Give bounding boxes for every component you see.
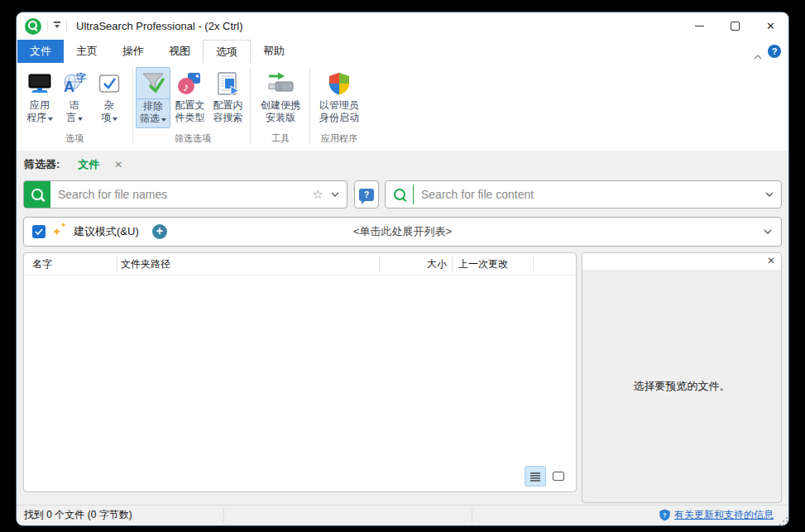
filter-tab-files[interactable]: 文件 <box>78 157 99 172</box>
update-info-link[interactable]: ? 有关更新和支持的信息 <box>659 506 774 525</box>
suggest-mode-row: ✦✦ 建议模式(&U) + <单击此处展开列表> <box>23 217 782 247</box>
list-view-button[interactable] <box>525 466 546 486</box>
column-header-folder-path[interactable]: 文件夹路径 <box>121 253 170 275</box>
tab-options[interactable]: 选项 <box>203 40 251 63</box>
sparkles-icon: ✦✦ <box>51 223 68 240</box>
status-bar: 找到 0 个文件 (0 字节数) ? 有关更新和支持的信息 <box>17 505 788 525</box>
column-divider[interactable] <box>452 256 453 271</box>
ribbon: 应用 程序 A 字 语 言 <box>17 63 788 151</box>
column-header-name[interactable]: 名字 <box>32 253 52 275</box>
dropdown-arrow-icon <box>161 118 166 124</box>
file-content-search-input[interactable] <box>414 188 765 201</box>
svg-text:?: ? <box>663 511 667 519</box>
ribbon-button-applications[interactable]: 应用 程序 <box>22 67 58 128</box>
app-logo-icon <box>25 18 41 35</box>
quick-access-dropdown-icon[interactable] <box>54 22 60 31</box>
windows-shield-icon <box>314 69 365 98</box>
suggest-mode-checkbox[interactable] <box>32 225 46 238</box>
column-divider[interactable] <box>533 256 534 271</box>
filter-bar: 筛选器: 文件 ✕ <box>24 156 122 174</box>
title-bar: UltraSearch Professional - (2x Ctrl) ✕ <box>17 12 788 40</box>
results-list-panel[interactable]: 名字 文件夹路径 大小 上一次更改 <box>23 252 577 492</box>
checkbox-icon <box>92 69 127 98</box>
filter-tab-close-icon[interactable]: ✕ <box>114 159 122 170</box>
help-bubble-icon: ? <box>359 189 374 201</box>
dropdown-arrow-icon <box>78 117 83 123</box>
help-circle-button[interactable]: ? <box>768 45 781 58</box>
usb-portable-icon <box>255 69 306 98</box>
ribbon-group-label: 应用程序 <box>313 132 366 145</box>
ribbon-button-configure-content-search[interactable]: 配置内 容搜索 <box>209 67 247 128</box>
tab-home[interactable]: 主页 <box>64 40 110 63</box>
column-divider[interactable] <box>117 256 117 271</box>
ribbon-group-divider <box>309 67 310 143</box>
file-content-search-box <box>385 180 782 208</box>
tab-view[interactable]: 视图 <box>156 40 203 63</box>
chevron-down-icon[interactable] <box>764 229 772 234</box>
favorite-star-icon[interactable]: ☆ <box>313 187 323 202</box>
resize-grip[interactable] <box>783 520 784 522</box>
tab-help[interactable]: 帮助 <box>251 40 297 63</box>
tab-file[interactable]: 文件 <box>17 40 64 63</box>
search-help-button[interactable]: ? <box>354 180 379 208</box>
globe-language-icon: A 字 <box>59 69 90 98</box>
statusbar-divider <box>472 508 472 523</box>
preview-close-icon[interactable]: ✕ <box>767 255 775 266</box>
window-title: UltraSearch Professional - (2x Ctrl) <box>76 20 243 32</box>
ribbon-button-exclude-filter[interactable]: 排除 筛选 <box>136 67 170 128</box>
file-name-search-box: ☆ <box>23 180 347 208</box>
ribbon-tab-bar: 文件 主页 操作 视图 选项 帮助 ? <box>17 40 788 63</box>
search-icon[interactable] <box>23 180 50 208</box>
suggest-mode-label: 建议模式(&U) <box>74 224 139 239</box>
minimize-button[interactable] <box>682 12 717 40</box>
svg-text:A: A <box>64 79 74 95</box>
ribbon-button-configure-file-types[interactable]: ♪ 配置文 件类型 <box>171 67 208 128</box>
preview-message: 选择要预览的文件。 <box>582 270 781 502</box>
svg-text:字: 字 <box>76 72 86 84</box>
document-content-search-icon <box>210 69 246 98</box>
tab-actions[interactable]: 操作 <box>110 40 156 63</box>
view-toggle-buttons <box>525 466 568 486</box>
shield-question-icon: ? <box>659 509 670 521</box>
statusbar-divider <box>223 508 224 523</box>
column-header-last-modified[interactable]: 上一次更改 <box>458 253 508 275</box>
maximize-icon <box>731 22 740 31</box>
dropdown-arrow-icon <box>48 117 53 123</box>
chevron-down-icon[interactable] <box>331 192 339 197</box>
minimize-icon <box>695 26 704 26</box>
filter-label: 筛选器: <box>24 157 60 172</box>
pane-icon <box>553 472 564 481</box>
close-button[interactable]: ✕ <box>753 12 788 40</box>
ribbon-button-create-portable[interactable]: 创建便携 安装版 <box>254 67 307 128</box>
preview-panel-header: ✕ <box>582 253 781 270</box>
window-controls: ✕ <box>682 12 788 40</box>
column-header-size[interactable]: 大小 <box>379 253 447 275</box>
content-search-icon <box>394 189 405 200</box>
ribbon-group-label: 选项 <box>41 132 108 145</box>
ribbon-group-divider <box>250 67 251 143</box>
preview-pane-toggle-button[interactable] <box>549 467 568 486</box>
main-content: 筛选器: 文件 ✕ ☆ ? <box>17 151 788 506</box>
ribbon-group-label: 工具 <box>254 132 307 145</box>
svg-text:♪: ♪ <box>183 79 189 93</box>
titlebar-divider <box>47 20 48 32</box>
ribbon-button-language[interactable]: A 字 语 言 <box>58 67 91 128</box>
filter-funnel-icon <box>137 69 170 99</box>
ultrasearch-window: UltraSearch Professional - (2x Ctrl) ✕ 文… <box>17 12 788 525</box>
results-count: 找到 0 个文件 (0 字节数) <box>24 506 132 525</box>
ribbon-button-misc[interactable]: 杂 项 <box>91 67 127 128</box>
dropdown-arrow-icon <box>113 117 117 123</box>
ribbon-button-run-as-admin[interactable]: 以管理员 身份启动 <box>313 67 366 128</box>
maximize-button[interactable] <box>717 12 753 40</box>
search-row: ☆ ? <box>23 180 782 208</box>
collapse-ribbon-icon[interactable] <box>754 48 762 63</box>
ribbon-group-divider <box>132 67 133 143</box>
preview-panel: ✕ 选择要预览的文件。 <box>582 252 782 503</box>
file-name-search-input[interactable] <box>50 188 313 201</box>
add-plus-icon[interactable]: + <box>152 224 167 239</box>
results-table-header: 名字 文件夹路径 大小 上一次更改 <box>24 253 576 276</box>
chevron-down-icon[interactable] <box>765 192 774 197</box>
ribbon-group-label: 筛选选项 <box>136 132 250 145</box>
monitor-icon <box>22 69 57 98</box>
titlebar-divider <box>66 20 67 32</box>
